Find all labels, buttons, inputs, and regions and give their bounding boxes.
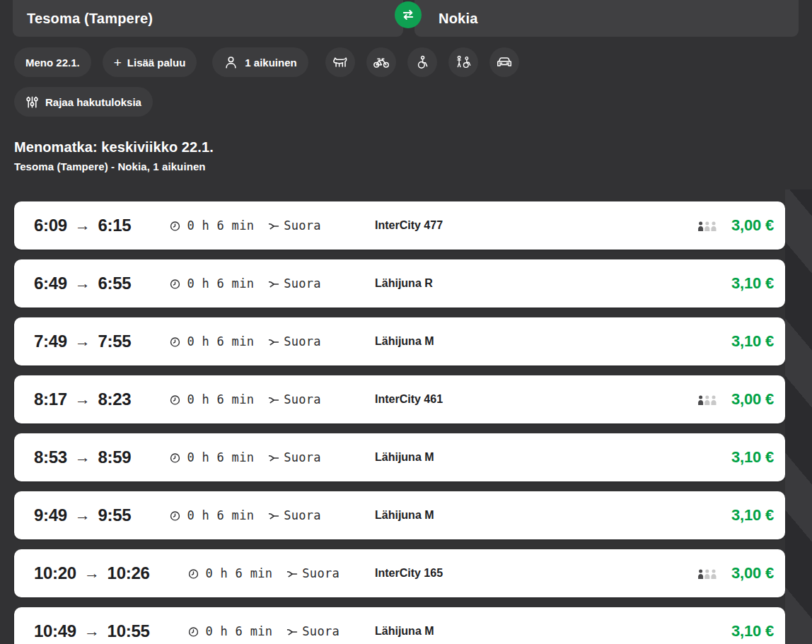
clock-icon bbox=[169, 336, 181, 348]
journey-times: 7:49 → 7:55 bbox=[14, 332, 131, 351]
route-type-text: Suora bbox=[284, 392, 321, 406]
route-type-text: Suora bbox=[284, 334, 321, 349]
arrow-right-icon: → bbox=[74, 216, 91, 235]
dog-icon bbox=[332, 55, 349, 69]
duration-text: 0 h 6 min bbox=[187, 334, 254, 349]
outbound-date-pill[interactable]: Meno 22.1. bbox=[14, 47, 91, 77]
direct-route-icon bbox=[267, 279, 279, 289]
route-group: Suora bbox=[286, 566, 340, 580]
pets-filter-button[interactable] bbox=[325, 47, 355, 77]
route-type-text: Suora bbox=[284, 508, 321, 522]
wheelchair-icon bbox=[414, 55, 429, 70]
journey-price: 3,00 € bbox=[731, 390, 774, 409]
arrival-time: 9:55 bbox=[98, 505, 132, 525]
duration-group: 0 h 6 min bbox=[187, 624, 272, 638]
swap-stations-button[interactable] bbox=[395, 1, 422, 28]
results-title: Menomatka: keskiviikko 22.1. bbox=[14, 139, 214, 156]
journey-times: 8:17 → 8:23 bbox=[14, 390, 131, 409]
route-group: Suora bbox=[267, 508, 321, 522]
journey-times: 6:49 → 6:55 bbox=[14, 274, 131, 293]
direct-route-icon bbox=[267, 510, 279, 521]
route-type-text: Suora bbox=[284, 450, 321, 464]
destination-field[interactable]: Nokia bbox=[414, 0, 799, 37]
arrow-right-icon: → bbox=[83, 622, 100, 640]
duration-text: 0 h 6 min bbox=[187, 276, 254, 291]
arrow-right-icon: → bbox=[74, 506, 91, 525]
arrival-time: 8:59 bbox=[98, 447, 132, 467]
arrow-right-icon: → bbox=[83, 564, 100, 582]
passengers-pill[interactable]: 1 aikuinen bbox=[212, 47, 308, 77]
duration-group: 0 h 6 min bbox=[169, 450, 254, 464]
departure-time: 8:53 bbox=[34, 447, 67, 467]
arrow-right-icon: → bbox=[74, 390, 91, 409]
route-group: Suora bbox=[286, 624, 340, 638]
origin-value: Tesoma (Tampere) bbox=[27, 11, 153, 27]
journey-card[interactable]: 6:09 → 6:15 0 h 6 min Suora InterCity 47… bbox=[14, 201, 785, 250]
clock-icon bbox=[169, 394, 181, 406]
add-return-pill[interactable]: + Lisää paluu bbox=[103, 47, 197, 77]
arrow-right-icon: → bbox=[74, 448, 91, 467]
assistance-filter-button[interactable] bbox=[448, 47, 478, 77]
route-type-text: Suora bbox=[302, 566, 340, 580]
arrival-time: 6:55 bbox=[98, 274, 132, 293]
train-name: Lähijuna M bbox=[375, 625, 434, 638]
route-group: Suora bbox=[267, 334, 321, 349]
results-subtitle: Tesoma (Tampere) - Nokia, 1 aikuinen bbox=[14, 160, 214, 172]
car-filter-button[interactable] bbox=[489, 47, 519, 77]
journey-card[interactable]: 8:17 → 8:23 0 h 6 min Suora InterCity 46… bbox=[14, 375, 785, 423]
direct-route-icon bbox=[267, 221, 279, 231]
journey-card[interactable]: 8:53 → 8:59 0 h 6 min Suora Lähijuna M 3… bbox=[14, 433, 785, 481]
journey-card[interactable]: 9:49 → 9:55 0 h 6 min Suora Lähijuna M 3… bbox=[14, 491, 785, 539]
assistance-icon bbox=[455, 55, 472, 70]
wheelchair-filter-button[interactable] bbox=[407, 47, 437, 77]
origin-field[interactable]: Tesoma (Tampere) bbox=[13, 0, 403, 37]
clock-icon bbox=[169, 278, 181, 290]
journey-price: 3,00 € bbox=[731, 216, 774, 235]
journey-price: 3,10 € bbox=[731, 448, 774, 467]
journey-card[interactable]: 10:20 → 10:26 0 h 6 min Suora InterCity … bbox=[14, 549, 785, 597]
car-icon bbox=[496, 55, 513, 69]
direct-route-icon bbox=[286, 626, 298, 637]
passengers-label: 1 aikuinen bbox=[245, 57, 296, 69]
train-name: Lähijuna R bbox=[375, 277, 433, 290]
arrival-time: 6:15 bbox=[98, 216, 132, 235]
departure-time: 8:17 bbox=[34, 390, 67, 409]
swap-arrows-icon bbox=[401, 8, 415, 22]
departure-time: 10:49 bbox=[34, 621, 76, 641]
route-group: Suora bbox=[267, 218, 321, 233]
person-icon bbox=[224, 55, 238, 70]
clock-icon bbox=[169, 510, 181, 522]
arrival-time: 10:26 bbox=[108, 563, 150, 583]
add-return-label: Lisää paluu bbox=[127, 57, 186, 69]
arrival-time: 8:23 bbox=[98, 390, 132, 409]
occupancy-icon bbox=[697, 395, 719, 405]
journey-times: 9:49 → 9:55 bbox=[14, 505, 131, 525]
train-name: Lähijuna M bbox=[375, 335, 434, 348]
clock-icon bbox=[169, 220, 181, 232]
bicycle-filter-button[interactable] bbox=[366, 47, 396, 77]
journey-card[interactable]: 10:49 → 10:55 0 h 6 min Suora Lähijuna M… bbox=[14, 607, 785, 644]
journey-card[interactable]: 6:49 → 6:55 0 h 6 min Suora Lähijuna R 3… bbox=[14, 259, 785, 308]
journey-price: 3,10 € bbox=[731, 332, 774, 351]
direct-route-icon bbox=[267, 336, 279, 347]
train-name: Lähijuna M bbox=[375, 451, 434, 464]
arrow-right-icon: → bbox=[74, 274, 91, 293]
journey-times: 10:20 → 10:26 bbox=[14, 563, 149, 583]
background-stripes bbox=[785, 189, 812, 644]
filter-pills-row: Meno 22.1. + Lisää paluu 1 aikuinen bbox=[14, 47, 519, 77]
train-name: InterCity 477 bbox=[375, 219, 443, 232]
journey-list: 6:09 → 6:15 0 h 6 min Suora InterCity 47… bbox=[14, 201, 785, 644]
journey-times: 8:53 → 8:59 bbox=[14, 447, 131, 467]
departure-time: 6:09 bbox=[34, 216, 67, 235]
sliders-icon bbox=[25, 95, 39, 109]
journey-price: 3,10 € bbox=[731, 274, 774, 293]
refine-results-button[interactable]: Rajaa hakutuloksia bbox=[14, 87, 153, 117]
duration-text: 0 h 6 min bbox=[187, 450, 254, 464]
journey-card[interactable]: 7:49 → 7:55 0 h 6 min Suora Lähijuna M 3… bbox=[14, 317, 785, 365]
arrow-right-icon: → bbox=[74, 332, 91, 351]
outbound-date-label: Meno 22.1. bbox=[25, 57, 80, 69]
journey-price: 3,10 € bbox=[731, 622, 774, 640]
journey-times: 6:09 → 6:15 bbox=[14, 216, 131, 235]
departure-time: 6:49 bbox=[34, 274, 67, 293]
duration-group: 0 h 6 min bbox=[187, 566, 272, 580]
